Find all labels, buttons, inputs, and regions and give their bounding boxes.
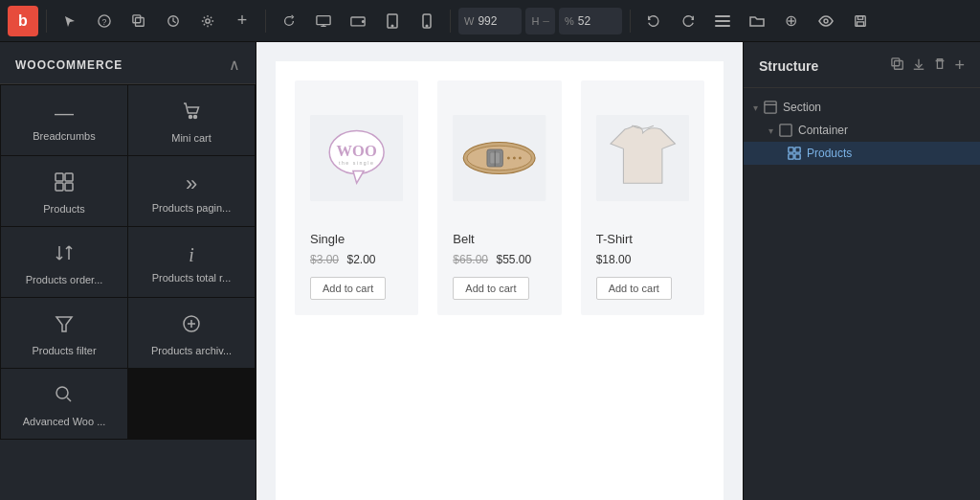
tablet-portrait-button[interactable] xyxy=(377,6,408,36)
widget-mini-cart-label: Mini cart xyxy=(171,132,212,144)
save-button[interactable] xyxy=(845,6,876,36)
svg-rect-24 xyxy=(56,183,63,191)
widget-breadcrumbs[interactable]: — Breadcrumbs xyxy=(1,85,127,155)
section-tree-icon xyxy=(764,101,777,114)
refresh-icon xyxy=(282,14,296,28)
svg-point-42 xyxy=(519,157,522,160)
copy-icon xyxy=(132,14,145,28)
wordpress-button[interactable]: ⊕ xyxy=(776,6,807,36)
add-button[interactable]: + xyxy=(227,6,257,36)
products-paging-icon: » xyxy=(186,173,197,194)
structure-panel: Structure + ▾ Section xyxy=(743,42,980,500)
sidebar-collapse-button[interactable]: ∧ xyxy=(229,56,240,74)
divider-1 xyxy=(46,10,47,33)
tree-label-products: Products xyxy=(807,147,852,160)
widget-products-order[interactable]: Products order... xyxy=(1,227,127,297)
history-button[interactable] xyxy=(158,6,189,36)
products-tree-icon xyxy=(788,147,801,160)
tablet-landscape-button[interactable] xyxy=(343,6,373,36)
svg-rect-50 xyxy=(795,148,800,152)
divider-2 xyxy=(265,10,266,33)
chevron-section: ▾ xyxy=(753,102,758,113)
structure-title: Structure xyxy=(759,58,818,74)
widget-products-filter[interactable]: Products filter xyxy=(1,298,127,368)
product-old-price-single: $3.00 xyxy=(310,253,339,266)
structure-add-button[interactable]: + xyxy=(954,56,965,76)
tablet-landscape-icon xyxy=(350,14,366,28)
tree-item-products[interactable]: Products xyxy=(744,142,980,165)
widget-products-total[interactable]: i Products total r... xyxy=(128,227,255,297)
svg-point-40 xyxy=(507,157,510,160)
mobile-button[interactable] xyxy=(412,6,442,36)
tree-label-container: Container xyxy=(798,124,848,137)
svg-rect-45 xyxy=(892,58,900,66)
height-label: H xyxy=(531,15,539,27)
widget-products[interactable]: Products xyxy=(1,156,127,226)
products-filter-icon xyxy=(54,313,75,337)
width-input[interactable] xyxy=(478,14,516,28)
preview-button[interactable] xyxy=(811,6,841,36)
refresh-button[interactable] xyxy=(274,6,304,36)
help-button[interactable]: ? xyxy=(89,6,120,36)
save-icon xyxy=(854,14,867,28)
divider-4 xyxy=(630,10,631,33)
advanced-woo-icon xyxy=(54,384,75,408)
width-input-group: W xyxy=(458,8,522,34)
undo-button[interactable] xyxy=(638,6,669,36)
history-icon xyxy=(167,14,180,28)
tree-item-container[interactable]: ▾ Container xyxy=(744,119,980,142)
product-price-tshirt: $18.00 xyxy=(596,250,632,267)
product-image-tshirt xyxy=(596,96,689,220)
menu-button[interactable] xyxy=(707,6,738,36)
copy-button[interactable] xyxy=(123,6,154,36)
widget-products-archive-label: Products archiv... xyxy=(151,345,232,356)
add-to-cart-belt[interactable]: Add to cart xyxy=(453,277,528,300)
svg-rect-44 xyxy=(895,61,903,70)
products-icon xyxy=(54,171,75,195)
tree-label-section: Section xyxy=(783,101,821,114)
copy-struct-icon xyxy=(891,57,904,71)
desktop-view-button[interactable] xyxy=(308,6,339,36)
svg-marker-26 xyxy=(56,317,72,331)
undo-icon xyxy=(647,14,660,28)
svg-text:the single: the single xyxy=(339,160,374,166)
structure-delete-button[interactable] xyxy=(933,56,947,76)
structure-download-button[interactable] xyxy=(912,56,925,76)
settings-button[interactable] xyxy=(192,6,223,36)
widget-products-paging[interactable]: » Products pagin... xyxy=(128,156,255,226)
widget-products-order-label: Products order... xyxy=(26,274,103,285)
svg-point-8 xyxy=(362,20,364,22)
toolbar: b ? + W H – % xyxy=(0,0,980,42)
pointer-tool-button[interactable] xyxy=(55,6,85,36)
svg-rect-46 xyxy=(765,102,776,113)
widget-grid: — Breadcrumbs Mini cart Products » Produ… xyxy=(0,84,256,440)
tree-item-section[interactable]: ▾ Section xyxy=(744,96,980,119)
svg-rect-15 xyxy=(715,25,730,27)
product-old-price-belt: $65.00 xyxy=(453,253,488,266)
brand-button[interactable]: b xyxy=(8,6,38,36)
svg-rect-49 xyxy=(789,148,793,152)
widget-mini-cart[interactable]: Mini cart xyxy=(128,85,255,155)
widget-sidebar: WOOCOMMERCE ∧ — Breadcrumbs Mini cart Pr… xyxy=(0,42,256,500)
widget-advanced-woo-label: Advanced Woo ... xyxy=(23,416,106,427)
widget-breadcrumbs-label: Breadcrumbs xyxy=(33,130,95,142)
add-to-cart-tshirt[interactable]: Add to cart xyxy=(596,277,672,300)
products-order-icon xyxy=(54,242,75,266)
widget-products-label: Products xyxy=(43,203,84,215)
zoom-input[interactable] xyxy=(578,14,616,28)
redo-button[interactable] xyxy=(673,6,703,36)
mini-cart-icon xyxy=(181,101,202,125)
folder-button[interactable] xyxy=(742,6,772,36)
widget-advanced-woo[interactable]: Advanced Woo ... xyxy=(1,369,127,439)
widget-products-archive[interactable]: Products archiv... xyxy=(128,298,255,368)
svg-rect-23 xyxy=(65,173,73,181)
product-card-belt: Belt $65.00 $55.00 Add to cart xyxy=(437,80,561,315)
tablet-portrait-icon xyxy=(387,13,398,29)
svg-point-41 xyxy=(513,157,516,160)
add-to-cart-single[interactable]: Add to cart xyxy=(310,277,386,300)
svg-rect-22 xyxy=(56,173,63,181)
structure-copy-button[interactable] xyxy=(891,56,904,76)
products-total-icon: i xyxy=(189,245,194,264)
help-icon: ? xyxy=(98,14,111,28)
products-archive-icon xyxy=(181,313,202,337)
